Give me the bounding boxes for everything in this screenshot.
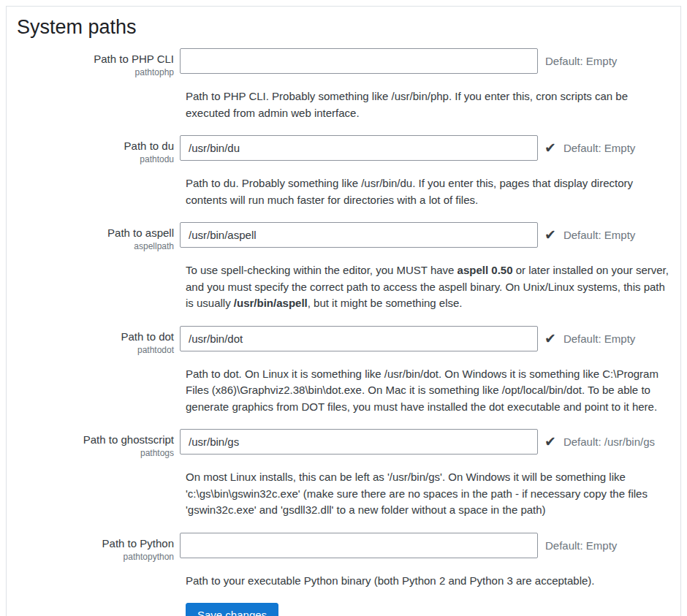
setting-control-column: Default: Empty	[180, 533, 617, 558]
setting-label-column: Path to aspell aspellpath	[17, 222, 180, 252]
check-icon: ✔	[544, 435, 556, 449]
setting-label-column: Path to du pathtodu	[17, 135, 180, 165]
setting-control-column: ✔ Default: Empty	[180, 222, 635, 248]
check-icon: ✔	[544, 332, 556, 346]
form-actions: Save changes	[186, 603, 670, 616]
system-paths-form: Path to PHP CLI pathtophp Default: Empty…	[17, 48, 670, 589]
default-value: Default: Empty	[563, 229, 635, 241]
setting-label: Path to PHP CLI	[17, 52, 174, 66]
setting-row: Path to aspell aspellpath ✔ Default: Emp…	[17, 222, 670, 312]
default-value: Default: Empty	[545, 55, 617, 67]
setting-row: Path to PHP CLI pathtophp Default: Empty…	[17, 48, 670, 121]
setting-control-column: ✔ Default: /usr/bin/gs	[180, 429, 655, 455]
page-title: System paths	[17, 16, 670, 39]
setting-label: Path to Python	[17, 536, 174, 550]
setting-description: To use spell-checking within the editor,…	[186, 262, 672, 312]
setting-description: Path to PHP CLI. Probably something like…	[186, 88, 672, 121]
setting-label-column: Path to PHP CLI pathtophp	[17, 48, 180, 78]
setting-row: Path to dot pathtodot ✔ Default: Empty P…	[17, 326, 670, 416]
setting-input-aspellpath[interactable]	[180, 222, 538, 248]
setting-shortname: pathtodu	[17, 154, 174, 165]
default-value: Default: Empty	[563, 142, 635, 154]
setting-shortname: pathtogs	[17, 448, 174, 459]
setting-description: On most Linux installs, this can be left…	[186, 469, 672, 519]
setting-description: Path to du. Probably something like /usr…	[186, 175, 672, 208]
setting-control-column: Default: Empty	[180, 48, 617, 74]
check-icon: ✔	[544, 141, 556, 155]
setting-row: Path to ghostscript pathtogs ✔ Default: …	[17, 429, 670, 519]
setting-shortname: pathtodot	[17, 345, 174, 356]
setting-control-column: ✔ Default: Empty	[180, 326, 635, 351]
settings-page: System paths Path to PHP CLI pathtophp D…	[6, 6, 681, 616]
setting-description: Path to your executable Python binary (b…	[186, 573, 672, 590]
setting-label-column: Path to dot pathtodot	[17, 326, 180, 356]
setting-label: Path to du	[17, 139, 174, 153]
setting-input-pathtodu[interactable]	[180, 135, 538, 161]
setting-label: Path to aspell	[17, 226, 174, 240]
setting-label-column: Path to Python pathtopython	[17, 533, 180, 563]
default-value: Default: Empty	[545, 539, 617, 552]
default-value: Default: /usr/bin/gs	[563, 436, 655, 448]
setting-label-column: Path to ghostscript pathtogs	[17, 429, 180, 459]
setting-row: Path to du pathtodu ✔ Default: Empty Pat…	[17, 135, 670, 208]
setting-control-column: ✔ Default: Empty	[180, 135, 635, 161]
setting-shortname: pathtopython	[17, 552, 174, 563]
setting-input-pathtopython[interactable]	[180, 533, 538, 558]
setting-label: Path to ghostscript	[17, 433, 174, 446]
setting-description: Path to dot. On Linux it is something li…	[186, 366, 672, 416]
save-changes-button[interactable]: Save changes	[186, 603, 278, 616]
setting-input-pathtophp[interactable]	[180, 48, 538, 74]
default-value: Default: Empty	[563, 332, 635, 345]
check-icon: ✔	[544, 228, 556, 242]
setting-row: Path to Python pathtopython Default: Emp…	[17, 533, 670, 590]
setting-input-pathtodot[interactable]	[180, 326, 538, 351]
setting-input-pathtogs[interactable]	[180, 429, 538, 455]
setting-shortname: pathtophp	[17, 67, 174, 78]
setting-shortname: aspellpath	[17, 241, 174, 252]
setting-label: Path to dot	[17, 330, 174, 343]
